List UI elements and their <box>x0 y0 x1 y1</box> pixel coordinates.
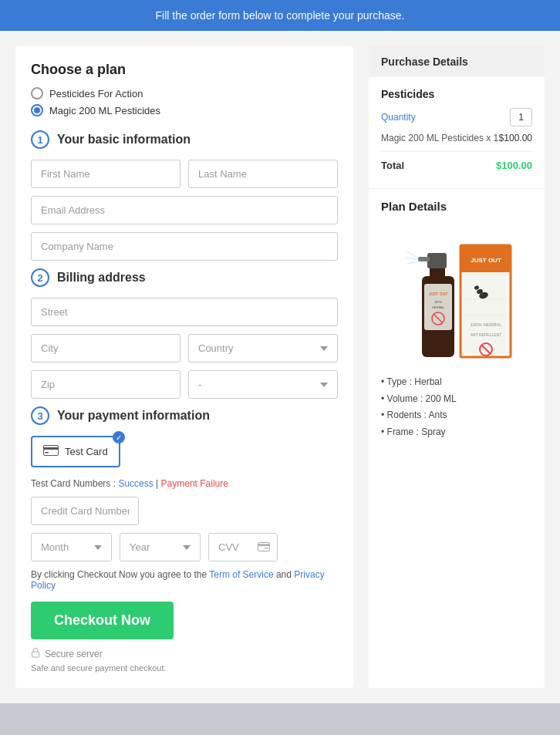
radio-magic[interactable] <box>31 104 43 116</box>
svg-rect-4 <box>258 544 270 546</box>
test-card-prefix: Test Card Numbers : <box>31 478 118 489</box>
zip-state-row: - <box>31 370 338 399</box>
svg-rect-2 <box>45 452 49 453</box>
product-image: JUST OUT 100% HERBAL ANT REPELLENT <box>381 222 532 365</box>
step2-header: 2 Billing address <box>31 268 338 287</box>
svg-text:JUST OUT: JUST OUT <box>429 292 448 296</box>
terms-of-service-link[interactable]: Term of Service <box>209 569 273 580</box>
item-label: Magic 200 ML Pesticides x 1 <box>381 133 498 143</box>
test-card-failure-link[interactable]: Payment Failure <box>161 478 228 489</box>
feature-volume: Volume : 200 ML <box>381 391 532 408</box>
svg-text:HERBAL: HERBAL <box>432 305 445 309</box>
payment-section: Test Card ✓ Test Card Numbers : Success … <box>31 436 338 673</box>
year-select[interactable]: Year <box>120 533 201 561</box>
plan-option-1[interactable]: Pesticides For Action <box>31 87 338 99</box>
svg-rect-6 <box>32 652 39 657</box>
svg-line-25 <box>406 258 417 259</box>
test-card-info: Test Card Numbers : Success | Payment Fa… <box>31 478 338 489</box>
feature-type: Type : Herbal <box>381 374 532 391</box>
credit-card-input[interactable] <box>31 497 139 525</box>
quantity-value: 1 <box>510 108 532 126</box>
item-price-row: Magic 200 ML Pesticides x 1 $100.00 <box>381 133 532 143</box>
cvv-row: Month Year <box>31 533 338 561</box>
month-select[interactable]: Month <box>31 533 112 561</box>
total-price: $100.00 <box>496 160 532 171</box>
plan-options: Pesticides For Action Magic 200 ML Pesti… <box>31 87 338 116</box>
svg-text:100% HERBAL: 100% HERBAL <box>470 322 502 327</box>
email-row <box>31 196 338 224</box>
step3-number: 3 <box>31 406 49 425</box>
street-input[interactable] <box>31 298 338 326</box>
step2-number: 2 <box>31 268 49 287</box>
svg-text:ANT REPELLENT: ANT REPELLENT <box>471 332 501 337</box>
top-banner: Fill the order form below to complete yo… <box>0 0 560 31</box>
city-input[interactable] <box>31 334 180 362</box>
card-check-icon: ✓ <box>113 431 125 443</box>
svg-rect-5 <box>265 548 268 549</box>
plan-details-section: Plan Details JUST OUT <box>369 188 545 451</box>
credit-card-icon <box>43 443 59 460</box>
terms-text: By clicking Checkout Now you agree to th… <box>31 569 338 591</box>
svg-rect-23 <box>418 257 430 261</box>
step3-header: 3 Your payment information <box>31 406 338 425</box>
svg-line-26 <box>407 261 417 264</box>
country-select[interactable]: Country <box>188 334 338 362</box>
divider <box>381 151 532 152</box>
quantity-label: Quantity <box>381 112 416 123</box>
product-svg: JUST OUT 100% HERBAL ANT REPELLENT <box>395 222 518 365</box>
svg-rect-3 <box>258 542 270 551</box>
email-input[interactable] <box>31 196 338 224</box>
city-country-row: Country <box>31 334 338 362</box>
company-row <box>31 232 338 261</box>
pd-section-title: Pesticides <box>381 88 532 100</box>
first-name-input[interactable] <box>31 160 180 188</box>
company-input[interactable] <box>31 232 338 261</box>
secure-payment-label: Safe and secure payment checkout. <box>31 663 338 673</box>
plan-option-2[interactable]: Magic 200 ML Pesticides <box>31 104 338 116</box>
feature-frame: Frame : Spray <box>381 424 532 441</box>
svg-rect-22 <box>427 253 447 268</box>
cvv-wrapper <box>208 533 278 561</box>
test-card-success-link[interactable]: Success <box>118 478 153 489</box>
secure-server-label: Secure server <box>45 649 103 659</box>
banner-text: Fill the order form below to complete yo… <box>156 9 405 22</box>
name-row <box>31 160 338 188</box>
plan-option-2-label: Magic 200 ML Pesticides <box>49 105 160 116</box>
step1-number: 1 <box>31 130 49 149</box>
choose-plan-title: Choose a plan <box>31 62 338 78</box>
total-label: Total <box>381 160 404 171</box>
card-label: Test Card <box>65 446 108 457</box>
plan-details-title: Plan Details <box>381 200 532 213</box>
terms-prefix: By clicking Checkout Now you agree to th… <box>31 569 209 580</box>
checkout-button[interactable]: Checkout Now <box>31 602 174 639</box>
quantity-row: Quantity 1 <box>381 108 532 126</box>
svg-rect-0 <box>44 446 59 456</box>
test-card-separator: | <box>153 478 161 489</box>
purchase-details-header: Purchase Details <box>369 46 545 77</box>
svg-text:JUST OUT: JUST OUT <box>471 257 501 264</box>
svg-line-24 <box>407 251 417 257</box>
last-name-input[interactable] <box>188 160 338 188</box>
purchase-details-body: Pesticides Quantity 1 Magic 200 ML Pesti… <box>369 77 545 188</box>
right-panel: Purchase Details Pesticides Quantity 1 M… <box>369 46 545 688</box>
street-row <box>31 298 338 326</box>
cc-number-row <box>31 497 338 525</box>
svg-text:100%: 100% <box>434 300 443 304</box>
total-row: Total $100.00 <box>381 160 532 171</box>
step1-header: 1 Your basic information <box>31 130 338 149</box>
state-select[interactable]: - <box>188 370 338 399</box>
zip-input[interactable] <box>31 370 180 399</box>
left-panel: Choose a plan Pesticides For Action Magi… <box>15 46 353 688</box>
secure-info: Secure server <box>31 647 338 660</box>
step3-title: Your payment information <box>57 409 210 423</box>
step2-title: Billing address <box>57 271 146 285</box>
feature-rodents: Rodents : Ants <box>381 407 532 424</box>
terms-and: and <box>274 569 295 580</box>
svg-rect-1 <box>43 447 59 450</box>
radio-pesticides[interactable] <box>31 87 43 99</box>
card-option[interactable]: Test Card ✓ <box>31 436 120 467</box>
lock-icon <box>31 647 40 660</box>
item-price: $100.00 <box>499 133 532 143</box>
plan-option-1-label: Pesticides For Action <box>49 88 143 99</box>
cvv-icon <box>258 541 270 554</box>
